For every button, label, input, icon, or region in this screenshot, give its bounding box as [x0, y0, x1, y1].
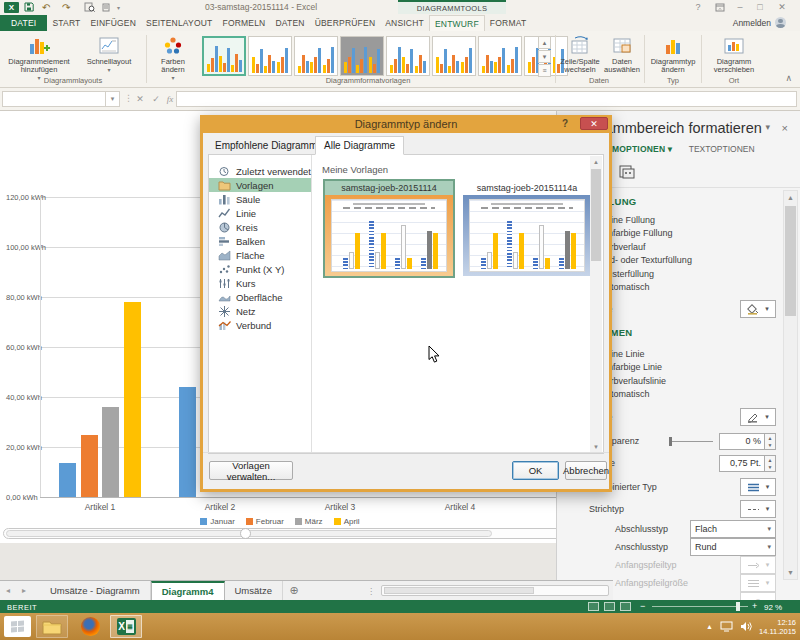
- dialog-scroll-down-icon[interactable]: ▼: [590, 441, 602, 452]
- save-icon[interactable]: [24, 1, 34, 13]
- arrow-begin-size-button[interactable]: ▾: [740, 574, 776, 592]
- qat-dropdown-icon[interactable]: ▾: [117, 1, 120, 13]
- bar-februar-artikel-1[interactable]: [81, 435, 98, 498]
- dialog-help-button[interactable]: ?: [558, 117, 572, 130]
- print-preview-icon[interactable]: [84, 1, 95, 13]
- pane-scroll-down-icon[interactable]: ▼: [784, 566, 797, 579]
- name-box-dropdown-icon[interactable]: ▾: [106, 91, 120, 107]
- dialog-scrollbar[interactable]: ▲ ▼: [590, 156, 602, 452]
- collapse-ribbon-icon[interactable]: ∧: [785, 73, 792, 83]
- template-samstag-joeb-20151114[interactable]: samstag-joeb-20151114: [323, 179, 455, 278]
- width-spinner[interactable]: 0,75 Pt.▲▼: [719, 455, 776, 472]
- sign-in[interactable]: Anmelden: [733, 17, 786, 28]
- chart-style-thumb-1[interactable]: [202, 36, 246, 76]
- chart-style-thumb-7[interactable]: [478, 36, 522, 76]
- zoom-in-icon[interactable]: +: [752, 601, 757, 611]
- chart-type-vorlagen[interactable]: Vorlagen: [209, 178, 311, 192]
- zoom-level[interactable]: 92 %: [764, 603, 782, 612]
- dialog-scroll-up-icon[interactable]: ▲: [590, 156, 602, 167]
- sheet-tab-diagramm4[interactable]: Diagramm4: [151, 581, 225, 600]
- firefox-taskbar-icon[interactable]: [74, 615, 106, 638]
- ribbon-display-options-button[interactable]: [712, 1, 728, 13]
- dialog-close-button[interactable]: ✕: [580, 117, 608, 130]
- minimize-button[interactable]: –: [732, 1, 748, 13]
- pane-close-icon[interactable]: ×: [782, 122, 788, 134]
- formula-input[interactable]: [176, 91, 797, 107]
- chart-type-kurs[interactable]: Kurs: [209, 276, 311, 290]
- dash-type-button[interactable]: ▾: [740, 500, 776, 518]
- horizontal-scrollbar[interactable]: [3, 528, 609, 539]
- tab-empfohlene-diagramme[interactable]: Empfohlene Diagramme: [206, 136, 332, 155]
- pane-tab-text-options[interactable]: TEXTOPTIONEN: [689, 144, 755, 154]
- chart-type-verbund[interactable]: Verbund: [209, 318, 311, 332]
- tab-format[interactable]: FORMAT: [485, 15, 531, 31]
- pane-scroll-up-icon[interactable]: ▲: [784, 191, 797, 204]
- chart-type-s-ule[interactable]: Säule: [209, 192, 311, 206]
- chart-type-oberfl-che[interactable]: Oberfläche: [209, 290, 311, 304]
- quick-layout-button[interactable]: Schnelllayout▾: [78, 34, 140, 74]
- ok-button[interactable]: OK: [512, 461, 559, 480]
- chart-type-zuletzt-verwendet[interactable]: Zuletzt verwendet: [209, 164, 311, 178]
- restore-button[interactable]: □: [752, 1, 768, 13]
- compound-type-button[interactable]: ▾: [740, 478, 776, 496]
- gallery-up-button[interactable]: ▴: [538, 36, 551, 49]
- sheet-nav-right-icon[interactable]: ▸: [16, 581, 32, 600]
- cancel-button[interactable]: Abbrechen: [565, 461, 607, 480]
- new-sheet-button[interactable]: ⊕: [283, 581, 305, 600]
- sheet-tab-scrollbar[interactable]: [381, 585, 609, 596]
- tab-entwurf[interactable]: ENTWURF: [429, 15, 485, 31]
- volume-tray-icon[interactable]: [740, 618, 752, 636]
- tab-ueberpruefen[interactable]: ÜBERPRÜFEN: [310, 15, 381, 31]
- move-chart-button[interactable]: Diagramm verschieben: [705, 34, 763, 74]
- pane-scrollbar-thumb[interactable]: [785, 206, 796, 316]
- tab-alle-diagramme[interactable]: Alle Diagramme: [315, 136, 404, 155]
- chart-legend[interactable]: JanuarFebruarMärzApril: [0, 517, 560, 526]
- horizontal-scrollbar-grip[interactable]: [240, 528, 251, 539]
- transparency-spinner[interactable]: 0 %▲▼: [719, 433, 776, 450]
- zoom-slider-thumb[interactable]: [736, 602, 740, 611]
- chart-type-linie[interactable]: Linie: [209, 206, 311, 220]
- switch-row-column-button[interactable]: Zeile/Spalte wechseln: [558, 34, 602, 74]
- pane-menu-icon[interactable]: ▾: [765, 122, 770, 132]
- transparency-slider[interactable]: [669, 441, 713, 442]
- taskbar-clock[interactable]: 12:16 14.11.2015: [759, 618, 796, 636]
- effects-icon[interactable]: [615, 161, 637, 181]
- tab-ansicht[interactable]: ANSICHT: [380, 15, 429, 31]
- gallery-down-button[interactable]: ▾: [538, 50, 551, 63]
- legend-item-januar[interactable]: Januar: [200, 517, 234, 526]
- sheet-tab-scrollbar-thumb[interactable]: [384, 587, 534, 594]
- page-layout-view-icon[interactable]: [604, 602, 615, 611]
- select-data-button[interactable]: Daten auswählen: [602, 34, 642, 74]
- pane-scrollbar[interactable]: ▲ ▼: [783, 190, 798, 580]
- chart-style-thumb-2[interactable]: [248, 36, 292, 76]
- sheet-nav-left-icon[interactable]: ◂: [0, 581, 16, 600]
- change-colors-button[interactable]: Farben ändern▾: [150, 34, 196, 82]
- customize-qat-icon[interactable]: [102, 1, 111, 13]
- legend-item-m-rz[interactable]: März: [295, 517, 323, 526]
- sheet-tab-umsaetze[interactable]: Umsätze: [225, 581, 283, 600]
- chart-type-punkt-x-y[interactable]: Punkt (X Y): [209, 262, 311, 276]
- arrow-begin-type-button[interactable]: ▾: [740, 556, 776, 574]
- normal-view-icon[interactable]: [588, 602, 599, 611]
- change-chart-type-button[interactable]: Diagrammtyp ändern: [647, 34, 699, 74]
- bar-januar-artikel-2[interactable]: [179, 387, 196, 497]
- file-explorer-taskbar-icon[interactable]: [36, 615, 68, 638]
- chart-style-thumb-3[interactable]: [294, 36, 338, 76]
- page-break-view-icon[interactable]: [620, 602, 631, 611]
- name-box[interactable]: [2, 91, 106, 107]
- dialog-scrollbar-thumb[interactable]: [591, 169, 601, 261]
- tab-daten[interactable]: DATEN: [270, 15, 309, 31]
- chart-style-thumb-5[interactable]: [386, 36, 430, 76]
- legend-item-februar[interactable]: Februar: [246, 517, 284, 526]
- template-samstag-joeb-20151114a[interactable]: samstag-joeb-20151114a: [461, 179, 593, 278]
- tab-start[interactable]: START: [47, 15, 85, 31]
- hidden-icons-icon[interactable]: ▲: [706, 623, 713, 630]
- close-button[interactable]: ✕: [774, 1, 790, 13]
- sheet-tab-umsaetze-diagramm[interactable]: Umsätze - Diagramm: [40, 581, 151, 600]
- legend-item-april[interactable]: April: [334, 517, 360, 526]
- zoom-slider[interactable]: [652, 606, 748, 607]
- chart-type-netz[interactable]: Netz: [209, 304, 311, 318]
- bar-januar-artikel-1[interactable]: [59, 463, 76, 497]
- undo-icon[interactable]: ↶: [42, 1, 50, 13]
- bar-m-rz-artikel-1[interactable]: [102, 407, 119, 497]
